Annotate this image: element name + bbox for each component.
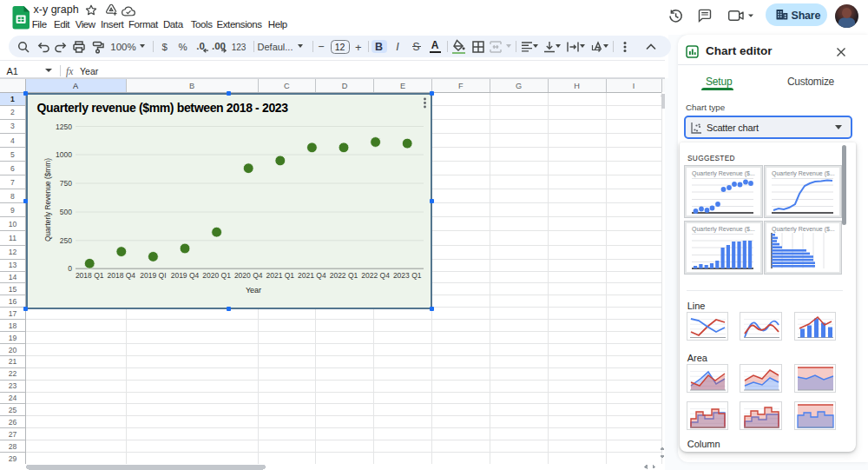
svg-text:6: 6: [10, 164, 15, 173]
svg-text:17: 17: [9, 309, 17, 318]
svg-text:19: 19: [9, 334, 17, 342]
svg-text:2: 2: [10, 108, 15, 116]
svg-text:Quarterly Revenue ($mm): Quarterly Revenue ($mm): [43, 158, 51, 242]
svg-text:9: 9: [10, 206, 15, 215]
svg-text:H: H: [574, 82, 580, 90]
svg-text:3: 3: [10, 122, 15, 130]
svg-text:15: 15: [9, 285, 17, 294]
svg-text:29: 29: [9, 454, 17, 463]
svg-text:20: 20: [9, 346, 17, 354]
svg-text:1250: 1250: [56, 122, 72, 131]
svg-text:500: 500: [59, 208, 71, 216]
svg-text:1: 1: [10, 95, 15, 103]
svg-text:25: 25: [9, 406, 17, 414]
svg-text:C: C: [284, 82, 290, 90]
svg-text:2018 Q1: 2018 Q1: [75, 271, 103, 280]
svg-text:27: 27: [9, 430, 17, 439]
svg-text:8: 8: [10, 192, 15, 201]
svg-text:Year: Year: [245, 286, 260, 295]
svg-text:21: 21: [9, 357, 17, 366]
svg-text:12: 12: [9, 248, 17, 256]
svg-text:2021 Q4: 2021 Q4: [298, 271, 326, 280]
svg-text:10: 10: [9, 220, 17, 228]
svg-text:I: I: [633, 82, 635, 90]
svg-text:Quarterly Revenue ($...: Quarterly Revenue ($...: [692, 170, 755, 177]
svg-text:13: 13: [9, 261, 17, 269]
svg-text:2019 Q4: 2019 Q4: [170, 271, 199, 280]
svg-text:B: B: [189, 82, 194, 90]
svg-text:250: 250: [59, 236, 71, 245]
svg-text:14: 14: [9, 273, 17, 281]
svg-text:2023 Q1: 2023 Q1: [392, 271, 421, 280]
svg-text:G: G: [516, 82, 522, 90]
svg-text:2018 Q4: 2018 Q4: [107, 271, 135, 280]
svg-text:5: 5: [10, 150, 15, 159]
svg-text:750: 750: [59, 179, 71, 188]
svg-text:16: 16: [9, 297, 17, 306]
svg-text:2019 QI: 2019 QI: [140, 271, 166, 280]
svg-text:2021 Q1: 2021 Q1: [266, 271, 294, 280]
svg-text:11: 11: [9, 234, 16, 242]
svg-text:2020 Q1: 2020 Q1: [202, 271, 231, 280]
svg-text:2022 Q1: 2022 Q1: [329, 271, 358, 280]
svg-text:A: A: [73, 82, 79, 90]
svg-text:D: D: [342, 82, 348, 90]
svg-text:2022 Q4: 2022 Q4: [361, 271, 390, 280]
svg-text:Quarterly Revenue ($...: Quarterly Revenue ($...: [772, 170, 835, 177]
svg-text:26: 26: [9, 418, 17, 427]
svg-text:7: 7: [10, 178, 15, 187]
svg-text:28: 28: [9, 442, 17, 451]
svg-text:24: 24: [9, 394, 17, 402]
svg-text:E: E: [400, 82, 405, 90]
svg-text:0: 0: [68, 264, 72, 273]
svg-text:4: 4: [10, 136, 15, 145]
svg-text:Quarterly Revenue ($...: Quarterly Revenue ($...: [692, 226, 755, 233]
svg-text:Quarterly Revenue ($...: Quarterly Revenue ($...: [772, 226, 835, 233]
svg-text:18: 18: [9, 321, 17, 330]
svg-text:F: F: [458, 82, 464, 90]
svg-text:2020 Q4: 2020 Q4: [233, 271, 262, 280]
svg-text:22: 22: [9, 369, 17, 378]
svg-text:23: 23: [9, 381, 17, 390]
svg-text:1000: 1000: [56, 150, 72, 159]
